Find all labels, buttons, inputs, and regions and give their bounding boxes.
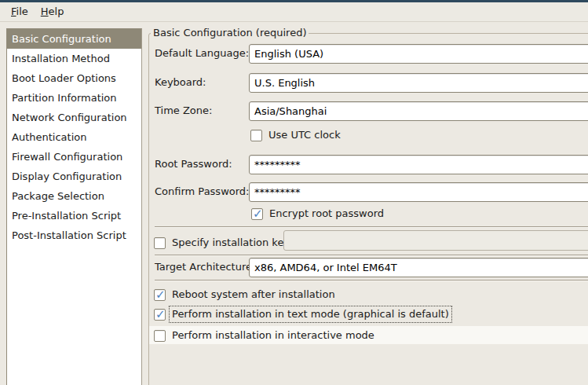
separator [155,255,588,256]
sidebar-item-display-configuration[interactable]: Display Configuration [7,167,141,186]
sidebar-item-authentication[interactable]: Authentication [7,127,141,147]
default-language-value: English (USA) [254,48,323,60]
timezone-value: Asia/Shanghai [254,105,327,117]
target-architecture-label: Target Architecture: [155,260,255,274]
text-mode-row: Perform installation in text mode (graph… [154,306,451,322]
utc-clock-row: Use UTC clock [250,127,341,143]
confirm-password-field[interactable] [249,182,588,202]
interactive-mode-row: Perform installation in interactive mode [154,328,374,343]
sidebar-item-boot-loader-options[interactable]: Boot Loader Options [7,68,141,88]
sidebar-item-partition-information[interactable]: Partition Information [7,88,141,108]
keyboard-label: Keyboard: [155,75,206,90]
timezone-combobox[interactable]: Asia/Shanghai [249,101,588,121]
root-password-label: Root Password: [155,157,232,171]
text-mode-checkbox[interactable] [154,309,166,321]
utc-clock-checkbox[interactable] [250,130,262,141]
installation-key-checkbox[interactable] [154,237,166,249]
utc-clock-label: Use UTC clock [268,128,341,142]
target-architecture-value: x86, AMD64, or Intel EM64T [254,262,397,273]
reboot-row: Reboot system after installation [154,287,335,302]
basic-configuration-groupbox: Basic Configuration (required) Default L… [148,33,588,385]
encrypt-password-checkbox[interactable] [251,208,263,220]
category-list: Basic Configuration Installation Method … [6,28,142,385]
kickstart-configurator-window: { "menu": { "items": [ { "label": "File"… [0,0,588,385]
sidebar-item-post-installation-script[interactable]: Post-Installation Script [7,226,141,245]
default-language-label: Default Language: [155,46,249,60]
sidebar-item-package-selection[interactable]: Package Selection [7,186,141,206]
interactive-mode-checkbox[interactable] [154,330,166,342]
installation-key-field [283,230,588,251]
menu-bar: File Help [0,2,588,22]
encrypt-password-row: Encrypt root password [251,206,384,222]
menu-file[interactable]: File [5,2,35,21]
reboot-label: Reboot system after installation [172,288,335,302]
sidebar-item-basic-configuration[interactable]: Basic Configuration [7,29,141,49]
installation-key-label: Specify installation key: [172,236,293,250]
interactive-mode-label: Perform installation in interactive mode [172,328,374,343]
separator [155,226,588,228]
sidebar-item-firewall-configuration[interactable]: Firewall Configuration [7,147,141,167]
sidebar-item-network-configuration[interactable]: Network Configuration [7,108,141,127]
encrypt-password-label: Encrypt root password [269,207,384,221]
keyboard-combobox[interactable]: U.S. English [249,73,588,93]
keyboard-value: U.S. English [254,77,315,89]
sidebar-item-installation-method[interactable]: Installation Method [7,49,141,68]
confirm-password-label: Confirm Password: [155,185,249,199]
menu-help[interactable]: Help [35,2,71,21]
timezone-label: Time Zone: [155,104,212,118]
default-language-combobox[interactable]: English (USA) [249,44,588,64]
sidebar-item-pre-installation-script[interactable]: Pre-Installation Script [7,206,141,226]
target-architecture-combobox[interactable]: x86, AMD64, or Intel EM64T [249,258,588,277]
installation-key-row: Specify installation key: [154,235,293,251]
groupbox-title: Basic Configuration (required) [151,27,309,38]
root-password-field[interactable] [249,155,588,174]
separator [155,280,588,281]
reboot-checkbox[interactable] [154,289,166,301]
text-mode-label: Perform installation in text mode (graph… [170,306,451,322]
